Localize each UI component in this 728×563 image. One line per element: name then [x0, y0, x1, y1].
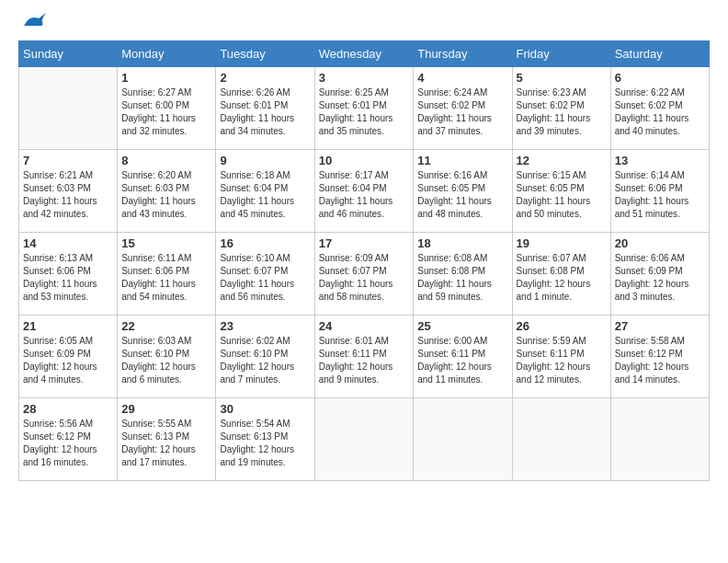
calendar-cell: 24Sunrise: 6:01 AM Sunset: 6:11 PM Dayli… [314, 316, 414, 398]
calendar-cell: 13Sunrise: 6:14 AM Sunset: 6:06 PM Dayli… [610, 150, 709, 233]
calendar-cell: 23Sunrise: 6:02 AM Sunset: 6:10 PM Dayli… [216, 316, 314, 398]
day-info: Sunrise: 6:27 AM Sunset: 6:00 PM Dayligh… [121, 86, 211, 138]
day-info: Sunrise: 6:05 AM Sunset: 6:09 PM Dayligh… [23, 335, 113, 386]
calendar-cell [414, 398, 512, 481]
calendar-cell: 5Sunrise: 6:23 AM Sunset: 6:02 PM Daylig… [512, 67, 610, 150]
day-number: 8 [121, 154, 211, 167]
day-number: 23 [220, 319, 310, 333]
day-info: Sunrise: 6:09 AM Sunset: 6:07 PM Dayligh… [319, 252, 410, 304]
day-number: 26 [517, 319, 607, 333]
weekday-header-sunday: Sunday [19, 41, 118, 67]
day-info: Sunrise: 6:07 AM Sunset: 6:08 PM Dayligh… [517, 252, 607, 304]
calendar-cell: 29Sunrise: 5:55 AM Sunset: 6:13 PM Dayli… [118, 398, 216, 481]
calendar-cell: 7Sunrise: 6:21 AM Sunset: 6:03 PM Daylig… [19, 150, 118, 233]
calendar-cell: 28Sunrise: 5:56 AM Sunset: 6:12 PM Dayli… [19, 398, 118, 481]
calendar-cell: 25Sunrise: 6:00 AM Sunset: 6:11 PM Dayli… [414, 316, 512, 398]
calendar-cell: 27Sunrise: 5:58 AM Sunset: 6:12 PM Dayli… [610, 316, 709, 398]
calendar-cell [19, 67, 118, 150]
day-number: 27 [615, 319, 705, 333]
day-info: Sunrise: 6:15 AM Sunset: 6:05 PM Dayligh… [517, 169, 607, 221]
day-number: 3 [319, 71, 410, 85]
calendar-cell [314, 398, 414, 481]
calendar-cell: 12Sunrise: 6:15 AM Sunset: 6:05 PM Dayli… [512, 150, 610, 233]
calendar-week-5: 28Sunrise: 5:56 AM Sunset: 6:12 PM Dayli… [19, 398, 710, 481]
day-number: 22 [121, 319, 211, 333]
day-number: 10 [319, 154, 410, 167]
calendar-cell: 3Sunrise: 6:25 AM Sunset: 6:01 PM Daylig… [314, 67, 414, 150]
day-info: Sunrise: 6:11 AM Sunset: 6:06 PM Dayligh… [121, 252, 211, 304]
calendar-cell: 21Sunrise: 6:05 AM Sunset: 6:09 PM Dayli… [19, 316, 118, 398]
day-info: Sunrise: 6:10 AM Sunset: 6:07 PM Dayligh… [220, 252, 310, 304]
day-number: 17 [319, 236, 410, 250]
day-number: 9 [220, 154, 310, 167]
calendar-cell: 14Sunrise: 6:13 AM Sunset: 6:06 PM Dayli… [19, 233, 118, 316]
calendar-cell: 2Sunrise: 6:26 AM Sunset: 6:01 PM Daylig… [216, 67, 314, 150]
day-number: 15 [121, 236, 211, 250]
day-info: Sunrise: 6:00 AM Sunset: 6:11 PM Dayligh… [417, 335, 507, 386]
day-info: Sunrise: 6:18 AM Sunset: 6:04 PM Dayligh… [220, 169, 310, 221]
day-info: Sunrise: 6:22 AM Sunset: 6:02 PM Dayligh… [615, 86, 705, 138]
day-number: 19 [517, 236, 607, 250]
day-number: 16 [220, 236, 310, 250]
day-number: 7 [23, 154, 113, 167]
weekday-header-thursday: Thursday [414, 41, 512, 67]
calendar-cell: 1Sunrise: 6:27 AM Sunset: 6:00 PM Daylig… [118, 67, 216, 150]
calendar-week-2: 7Sunrise: 6:21 AM Sunset: 6:03 PM Daylig… [19, 150, 710, 233]
day-number: 12 [517, 154, 607, 167]
day-number: 14 [23, 236, 113, 250]
calendar-cell [512, 398, 610, 481]
calendar-week-3: 14Sunrise: 6:13 AM Sunset: 6:06 PM Dayli… [19, 233, 710, 316]
weekday-header-wednesday: Wednesday [314, 41, 414, 67]
weekday-header-tuesday: Tuesday [216, 41, 314, 67]
day-number: 30 [220, 402, 310, 416]
calendar-cell: 17Sunrise: 6:09 AM Sunset: 6:07 PM Dayli… [314, 233, 414, 316]
day-info: Sunrise: 6:06 AM Sunset: 6:09 PM Dayligh… [615, 252, 705, 304]
weekday-header-row: SundayMondayTuesdayWednesdayThursdayFrid… [19, 41, 710, 67]
day-info: Sunrise: 6:16 AM Sunset: 6:05 PM Dayligh… [417, 169, 507, 221]
day-info: Sunrise: 6:13 AM Sunset: 6:06 PM Dayligh… [23, 252, 113, 304]
calendar-cell: 22Sunrise: 6:03 AM Sunset: 6:10 PM Dayli… [118, 316, 216, 398]
page-header [18, 18, 710, 31]
calendar-cell: 26Sunrise: 5:59 AM Sunset: 6:11 PM Dayli… [512, 316, 610, 398]
day-number: 2 [220, 71, 310, 85]
calendar-cell: 8Sunrise: 6:20 AM Sunset: 6:03 PM Daylig… [118, 150, 216, 233]
day-info: Sunrise: 6:14 AM Sunset: 6:06 PM Dayligh… [615, 169, 705, 221]
calendar-cell: 19Sunrise: 6:07 AM Sunset: 6:08 PM Dayli… [512, 233, 610, 316]
day-number: 20 [615, 236, 705, 250]
day-info: Sunrise: 6:21 AM Sunset: 6:03 PM Dayligh… [23, 169, 113, 221]
day-number: 18 [417, 236, 507, 250]
calendar-cell: 10Sunrise: 6:17 AM Sunset: 6:04 PM Dayli… [314, 150, 414, 233]
calendar-cell [610, 398, 709, 481]
logo-bird-icon [20, 11, 46, 31]
day-number: 28 [23, 402, 113, 416]
day-info: Sunrise: 6:20 AM Sunset: 6:03 PM Dayligh… [121, 169, 211, 221]
calendar-cell: 4Sunrise: 6:24 AM Sunset: 6:02 PM Daylig… [414, 67, 512, 150]
calendar-cell: 6Sunrise: 6:22 AM Sunset: 6:02 PM Daylig… [610, 67, 709, 150]
weekday-header-friday: Friday [512, 41, 610, 67]
calendar-table: SundayMondayTuesdayWednesdayThursdayFrid… [18, 40, 710, 481]
calendar-cell: 16Sunrise: 6:10 AM Sunset: 6:07 PM Dayli… [216, 233, 314, 316]
day-number: 29 [121, 402, 211, 416]
day-number: 13 [615, 154, 705, 167]
calendar-cell: 11Sunrise: 6:16 AM Sunset: 6:05 PM Dayli… [414, 150, 512, 233]
calendar-cell: 18Sunrise: 6:08 AM Sunset: 6:08 PM Dayli… [414, 233, 512, 316]
calendar-cell: 9Sunrise: 6:18 AM Sunset: 6:04 PM Daylig… [216, 150, 314, 233]
day-info: Sunrise: 6:24 AM Sunset: 6:02 PM Dayligh… [417, 86, 507, 138]
day-info: Sunrise: 6:17 AM Sunset: 6:04 PM Dayligh… [319, 169, 410, 221]
day-number: 6 [615, 71, 705, 85]
day-info: Sunrise: 5:56 AM Sunset: 6:12 PM Dayligh… [23, 418, 113, 469]
day-info: Sunrise: 5:54 AM Sunset: 6:13 PM Dayligh… [220, 418, 310, 469]
day-info: Sunrise: 6:03 AM Sunset: 6:10 PM Dayligh… [121, 335, 211, 386]
logo [18, 18, 46, 31]
day-number: 25 [417, 319, 507, 333]
day-number: 21 [23, 319, 113, 333]
day-number: 11 [417, 154, 507, 167]
calendar-cell: 20Sunrise: 6:06 AM Sunset: 6:09 PM Dayli… [610, 233, 709, 316]
day-info: Sunrise: 6:23 AM Sunset: 6:02 PM Dayligh… [517, 86, 607, 138]
day-info: Sunrise: 6:08 AM Sunset: 6:08 PM Dayligh… [417, 252, 507, 304]
calendar-week-1: 1Sunrise: 6:27 AM Sunset: 6:00 PM Daylig… [19, 67, 710, 150]
calendar-cell: 30Sunrise: 5:54 AM Sunset: 6:13 PM Dayli… [216, 398, 314, 481]
day-info: Sunrise: 6:02 AM Sunset: 6:10 PM Dayligh… [220, 335, 310, 386]
weekday-header-saturday: Saturday [610, 41, 709, 67]
day-info: Sunrise: 5:55 AM Sunset: 6:13 PM Dayligh… [121, 418, 211, 469]
